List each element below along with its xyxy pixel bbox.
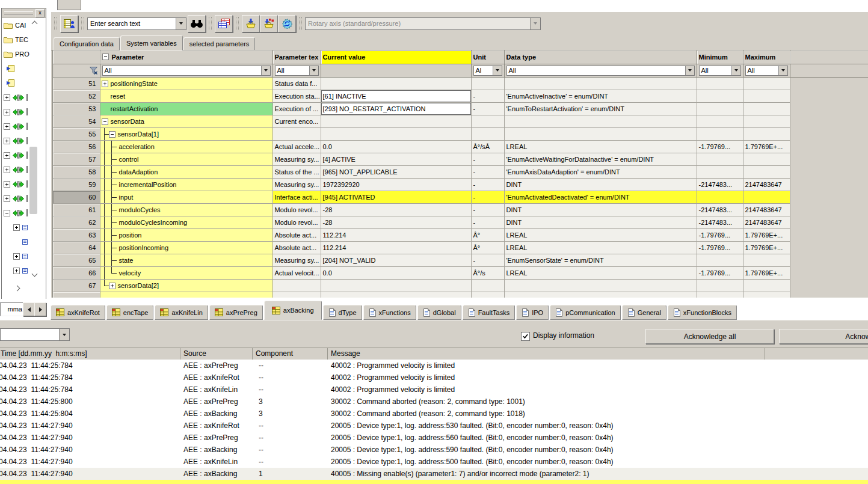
expand-icon[interactable]: [4, 152, 10, 159]
unit-filter[interactable]: Al: [471, 64, 504, 77]
refresh-button[interactable]: [278, 15, 296, 32]
toolbar-grip[interactable]: [299, 17, 302, 30]
row-number-cell[interactable]: 58: [53, 165, 100, 178]
expand-icon[interactable]: [13, 268, 20, 274]
row-number-cell[interactable]: [53, 292, 100, 298]
parameter-cell[interactable]: sensorData: [100, 115, 272, 127]
collapse-icon[interactable]: [102, 118, 108, 125]
row-number-cell[interactable]: 54: [53, 115, 100, 127]
alarm-filter-select[interactable]: [0, 328, 70, 341]
row-number-cell[interactable]: 67: [53, 279, 100, 292]
row-number-cell[interactable]: 53: [53, 102, 100, 115]
toolbar-grip[interactable]: [236, 17, 239, 30]
current-value-cell[interactable]: [321, 115, 471, 127]
parameter-cell[interactable]: moduloCycles: [100, 203, 272, 216]
tree-item-axis[interactable]: [2, 206, 46, 220]
expand-icon[interactable]: [4, 109, 10, 115]
find-button[interactable]: [188, 15, 206, 32]
expand-icon[interactable]: [4, 138, 10, 144]
tree-item-axis[interactable]: [2, 119, 46, 133]
toolbar-grip[interactable]: [209, 17, 212, 30]
alarm-row[interactable]: 04.04.23 11:44:27:940AEE : axBacking--20…: [0, 444, 868, 456]
tree-item-axis[interactable]: [2, 90, 46, 105]
current-value-cell[interactable]: [321, 292, 471, 298]
close-icon[interactable]: x: [35, 9, 45, 17]
sheet-tab-dGlobal[interactable]: dGlobal: [417, 305, 461, 320]
scroll-up-icon[interactable]: [32, 22, 37, 26]
display-information-label[interactable]: Display information: [533, 332, 594, 340]
expand-icon[interactable]: [109, 283, 115, 289]
parameter-cell[interactable]: positioningState: [100, 77, 272, 90]
current-value-cell[interactable]: -28: [321, 216, 471, 228]
parameter-cell[interactable]: moduloCyclesIncoming: [100, 216, 272, 228]
expand-icon[interactable]: [4, 94, 10, 101]
parameter-cell[interactable]: state: [100, 254, 272, 266]
expand-icon[interactable]: [4, 195, 10, 202]
tree-panel-grip[interactable]: [4, 11, 33, 14]
row-number-cell[interactable]: 66: [53, 266, 100, 279]
parameter-cell[interactable]: sensorData[1]: [100, 127, 272, 140]
sheet-scroll-left-button[interactable]: [23, 302, 35, 316]
collapse-icon[interactable]: [4, 210, 10, 216]
parameter-cell[interactable]: control: [100, 153, 272, 165]
search-input[interactable]: Enter search text: [87, 17, 186, 30]
tree-item-sub[interactable]: [2, 234, 46, 249]
parameter-cell[interactable]: [100, 292, 272, 298]
tree-item-folder[interactable]: TEC: [2, 32, 46, 47]
row-number-cell[interactable]: 63: [53, 228, 100, 241]
filter-cell[interactable]: [53, 64, 100, 77]
current-value-cell[interactable]: [321, 127, 471, 140]
row-number-cell[interactable]: 56: [53, 140, 100, 153]
current-value-cell[interactable]: [293] NO_RESTART_ACTIVATION: [321, 102, 471, 115]
tree-item-insert-object[interactable]: [2, 76, 46, 90]
current-value-cell[interactable]: 0.0: [321, 140, 471, 153]
tree-item-axis[interactable]: [2, 162, 46, 177]
acknowledge-button[interactable]: Acknowledge: [779, 329, 868, 344]
expand-icon[interactable]: [13, 224, 20, 231]
tree-item-folder[interactable]: PRO: [2, 47, 46, 61]
sheet-tab-axKnifeLin[interactable]: axKnifeLin: [155, 305, 208, 320]
tree-item-axis[interactable]: [2, 105, 46, 119]
parameter-cell[interactable]: position: [100, 228, 272, 241]
data-type-filter[interactable]: All: [504, 64, 697, 77]
tree-item-axis[interactable]: [2, 177, 46, 191]
chevron-down-icon[interactable]: [59, 329, 69, 340]
data-type-header[interactable]: Data type: [504, 51, 697, 64]
sheet-tab-encTape[interactable]: encTape: [106, 305, 154, 320]
row-number-cell[interactable]: 61: [53, 203, 100, 216]
parameter-cell[interactable]: reset: [100, 90, 272, 102]
parameter-cell[interactable]: incrementalPosition: [100, 178, 272, 191]
toolbar-grip[interactable]: [54, 17, 57, 30]
minimum-filter[interactable]: All: [697, 64, 743, 77]
source-column-header[interactable]: Source: [180, 348, 253, 360]
tab-configuration-data[interactable]: Configuration data: [54, 37, 120, 50]
upload-button[interactable]: [260, 15, 278, 32]
tree-scrollbar-thumb[interactable]: [29, 147, 37, 214]
tree-item-sub[interactable]: [2, 220, 46, 234]
sheet-tab-FaultTasks[interactable]: FaultTasks: [463, 305, 516, 320]
scroll-right-icon[interactable]: [15, 286, 19, 290]
acknowledge-all-button[interactable]: Acknowledge all: [645, 329, 774, 344]
current-value-cell[interactable]: 1972392920: [321, 178, 471, 191]
unit-header[interactable]: Unit: [471, 51, 504, 64]
parameter-cell[interactable]: dataAdaption: [100, 165, 272, 178]
watch-table-button[interactable]: [60, 15, 78, 32]
scroll-down-icon[interactable]: [32, 272, 37, 276]
row-number-cell[interactable]: 62: [53, 216, 100, 228]
sheet-tab-axPrePreg[interactable]: axPrePreg: [209, 305, 263, 320]
sheet-tab-axBacking[interactable]: axBacking: [264, 301, 322, 320]
current-value-cell[interactable]: -28: [321, 203, 471, 216]
current-value-cell[interactable]: [61] INACTIVE: [321, 90, 471, 102]
sheet-tab-xFunctionBlocks[interactable]: xFunctionBlocks: [668, 305, 737, 320]
alarm-row[interactable]: 04.04.23 11:44:27:940AEE : axKnifeRot--2…: [0, 420, 868, 432]
minimum-header[interactable]: Minimum: [697, 51, 743, 64]
parameter-cell[interactable]: velocity: [100, 266, 272, 279]
expand-icon[interactable]: [13, 253, 20, 260]
tree-item-axis[interactable]: [2, 191, 46, 206]
sheet-scroll-right-button[interactable]: [34, 302, 46, 316]
tab-system-variables[interactable]: System variables: [120, 35, 183, 51]
row-number-cell[interactable]: 51: [53, 77, 100, 90]
sheet-tab-General[interactable]: General: [622, 305, 666, 320]
parameter-header[interactable]: Parameter: [100, 51, 272, 64]
row-number-cell[interactable]: 64: [53, 241, 100, 254]
